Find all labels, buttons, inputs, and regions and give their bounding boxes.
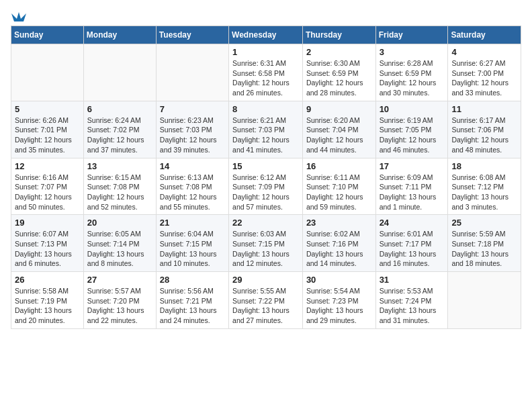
day-number: 3 (380, 47, 445, 57)
day-info: Sunrise: 6:19 AM Sunset: 7:05 PM Dayligh… (380, 116, 445, 155)
calendar-cell: 1Sunrise: 6:31 AM Sunset: 6:58 PM Daylig… (229, 44, 303, 101)
day-number: 13 (87, 161, 152, 171)
day-info: Sunrise: 5:58 AM Sunset: 7:19 PM Dayligh… (15, 286, 80, 326)
calendar-week-row: 26Sunrise: 5:58 AM Sunset: 7:19 PM Dayli… (11, 272, 521, 329)
calendar-cell: 29Sunrise: 5:55 AM Sunset: 7:22 PM Dayli… (229, 272, 303, 329)
calendar-cell: 21Sunrise: 6:04 AM Sunset: 7:15 PM Dayli… (156, 215, 228, 272)
calendar-week-row: 19Sunrise: 6:07 AM Sunset: 7:13 PM Dayli… (11, 215, 521, 272)
day-info: Sunrise: 6:04 AM Sunset: 7:15 PM Dayligh… (160, 229, 225, 269)
day-number: 22 (232, 218, 299, 228)
day-info: Sunrise: 6:23 AM Sunset: 7:03 PM Dayligh… (160, 116, 225, 155)
day-info: Sunrise: 6:11 AM Sunset: 7:10 PM Dayligh… (306, 173, 372, 212)
calendar-cell: 10Sunrise: 6:19 AM Sunset: 7:05 PM Dayli… (375, 101, 448, 158)
calendar-cell: 27Sunrise: 5:57 AM Sunset: 7:20 PM Dayli… (83, 272, 156, 329)
calendar-cell: 16Sunrise: 6:11 AM Sunset: 7:10 PM Dayli… (302, 158, 375, 215)
day-info: Sunrise: 5:56 AM Sunset: 7:21 PM Dayligh… (160, 286, 225, 326)
day-info: Sunrise: 6:08 AM Sunset: 7:12 PM Dayligh… (451, 173, 517, 212)
calendar-cell: 28Sunrise: 5:56 AM Sunset: 7:21 PM Dayli… (156, 272, 228, 329)
calendar-cell: 7Sunrise: 6:23 AM Sunset: 7:03 PM Daylig… (156, 101, 228, 158)
day-number: 15 (232, 161, 299, 171)
day-header-monday: Monday (83, 26, 156, 44)
day-number: 21 (160, 218, 225, 228)
day-info: Sunrise: 6:05 AM Sunset: 7:14 PM Dayligh… (87, 229, 152, 269)
day-header-thursday: Thursday (302, 26, 375, 44)
day-info: Sunrise: 5:59 AM Sunset: 7:18 PM Dayligh… (451, 229, 517, 269)
calendar-week-row: 5Sunrise: 6:26 AM Sunset: 7:01 PM Daylig… (11, 101, 521, 158)
calendar-cell: 25Sunrise: 5:59 AM Sunset: 7:18 PM Dayli… (448, 215, 521, 272)
calendar-cell: 22Sunrise: 6:03 AM Sunset: 7:15 PM Dayli… (229, 215, 303, 272)
day-info: Sunrise: 6:03 AM Sunset: 7:15 PM Dayligh… (232, 229, 299, 269)
calendar-cell: 11Sunrise: 6:17 AM Sunset: 7:06 PM Dayli… (448, 101, 521, 158)
calendar-cell: 18Sunrise: 6:08 AM Sunset: 7:12 PM Dayli… (448, 158, 521, 215)
day-info: Sunrise: 6:27 AM Sunset: 7:00 PM Dayligh… (451, 58, 517, 98)
day-number: 7 (160, 104, 225, 114)
day-number: 24 (380, 218, 445, 228)
day-info: Sunrise: 6:17 AM Sunset: 7:06 PM Dayligh… (451, 116, 517, 155)
calendar-week-row: 1Sunrise: 6:31 AM Sunset: 6:58 PM Daylig… (11, 44, 521, 101)
calendar-cell: 31Sunrise: 5:53 AM Sunset: 7:24 PM Dayli… (375, 272, 448, 329)
calendar-cell: 15Sunrise: 6:12 AM Sunset: 7:09 PM Dayli… (229, 158, 303, 215)
calendar-header-row: SundayMondayTuesdayWednesdayThursdayFrid… (11, 26, 521, 44)
day-header-saturday: Saturday (448, 26, 521, 44)
day-info: Sunrise: 6:31 AM Sunset: 6:58 PM Dayligh… (232, 58, 299, 98)
day-header-sunday: Sunday (11, 26, 84, 44)
logo-icon (11, 9, 26, 23)
calendar-cell: 9Sunrise: 6:20 AM Sunset: 7:04 PM Daylig… (302, 101, 375, 158)
day-header-wednesday: Wednesday (229, 26, 303, 44)
day-number: 12 (15, 161, 80, 171)
calendar-cell: 4Sunrise: 6:27 AM Sunset: 7:00 PM Daylig… (448, 44, 521, 101)
calendar-cell: 23Sunrise: 6:02 AM Sunset: 7:16 PM Dayli… (302, 215, 375, 272)
day-info: Sunrise: 6:24 AM Sunset: 7:02 PM Dayligh… (87, 116, 152, 155)
day-info: Sunrise: 5:57 AM Sunset: 7:20 PM Dayligh… (87, 286, 152, 326)
day-number: 11 (451, 104, 517, 114)
day-number: 26 (15, 275, 80, 285)
calendar-cell: 30Sunrise: 5:54 AM Sunset: 7:23 PM Dayli… (302, 272, 375, 329)
day-number: 10 (380, 104, 445, 114)
day-number: 27 (87, 275, 152, 285)
day-info: Sunrise: 6:09 AM Sunset: 7:11 PM Dayligh… (380, 173, 445, 212)
calendar-cell (156, 44, 228, 101)
day-info: Sunrise: 6:07 AM Sunset: 7:13 PM Dayligh… (15, 229, 80, 269)
day-number: 29 (232, 275, 299, 285)
day-info: Sunrise: 6:12 AM Sunset: 7:09 PM Dayligh… (232, 173, 299, 212)
day-number: 20 (87, 218, 152, 228)
day-number: 5 (15, 104, 80, 114)
day-number: 16 (306, 161, 372, 171)
day-number: 25 (451, 218, 517, 228)
day-info: Sunrise: 6:28 AM Sunset: 6:59 PM Dayligh… (380, 58, 445, 98)
day-info: Sunrise: 5:53 AM Sunset: 7:24 PM Dayligh… (380, 286, 445, 326)
day-number: 17 (380, 161, 445, 171)
day-number: 18 (451, 161, 517, 171)
svg-marker-0 (11, 12, 26, 21)
day-number: 14 (160, 161, 225, 171)
calendar-cell (448, 272, 521, 329)
calendar-cell: 24Sunrise: 6:01 AM Sunset: 7:17 PM Dayli… (375, 215, 448, 272)
day-number: 1 (232, 47, 299, 57)
day-number: 30 (306, 275, 372, 285)
calendar-cell: 2Sunrise: 6:30 AM Sunset: 6:59 PM Daylig… (302, 44, 375, 101)
day-info: Sunrise: 6:21 AM Sunset: 7:03 PM Dayligh… (232, 116, 299, 155)
day-info: Sunrise: 5:54 AM Sunset: 7:23 PM Dayligh… (306, 286, 372, 326)
calendar-cell: 5Sunrise: 6:26 AM Sunset: 7:01 PM Daylig… (11, 101, 84, 158)
day-info: Sunrise: 6:30 AM Sunset: 6:59 PM Dayligh… (306, 58, 372, 98)
calendar-cell: 19Sunrise: 6:07 AM Sunset: 7:13 PM Dayli… (11, 215, 84, 272)
calendar-cell: 14Sunrise: 6:13 AM Sunset: 7:08 PM Dayli… (156, 158, 228, 215)
calendar-cell (11, 44, 84, 101)
day-info: Sunrise: 6:13 AM Sunset: 7:08 PM Dayligh… (160, 173, 225, 212)
calendar-cell: 3Sunrise: 6:28 AM Sunset: 6:59 PM Daylig… (375, 44, 448, 101)
calendar-cell: 8Sunrise: 6:21 AM Sunset: 7:03 PM Daylig… (229, 101, 303, 158)
calendar-table: SundayMondayTuesdayWednesdayThursdayFrid… (11, 26, 521, 329)
day-info: Sunrise: 5:55 AM Sunset: 7:22 PM Dayligh… (232, 286, 299, 326)
calendar-cell: 26Sunrise: 5:58 AM Sunset: 7:19 PM Dayli… (11, 272, 84, 329)
day-number: 9 (306, 104, 372, 114)
day-info: Sunrise: 6:26 AM Sunset: 7:01 PM Dayligh… (15, 116, 80, 155)
day-number: 19 (15, 218, 80, 228)
calendar-cell: 13Sunrise: 6:15 AM Sunset: 7:08 PM Dayli… (83, 158, 156, 215)
day-info: Sunrise: 6:01 AM Sunset: 7:17 PM Dayligh… (380, 229, 445, 269)
day-info: Sunrise: 6:20 AM Sunset: 7:04 PM Dayligh… (306, 116, 372, 155)
day-info: Sunrise: 6:16 AM Sunset: 7:07 PM Dayligh… (15, 173, 80, 212)
day-header-friday: Friday (375, 26, 448, 44)
calendar-cell: 6Sunrise: 6:24 AM Sunset: 7:02 PM Daylig… (83, 101, 156, 158)
calendar-cell: 20Sunrise: 6:05 AM Sunset: 7:14 PM Dayli… (83, 215, 156, 272)
day-info: Sunrise: 6:02 AM Sunset: 7:16 PM Dayligh… (306, 229, 372, 269)
